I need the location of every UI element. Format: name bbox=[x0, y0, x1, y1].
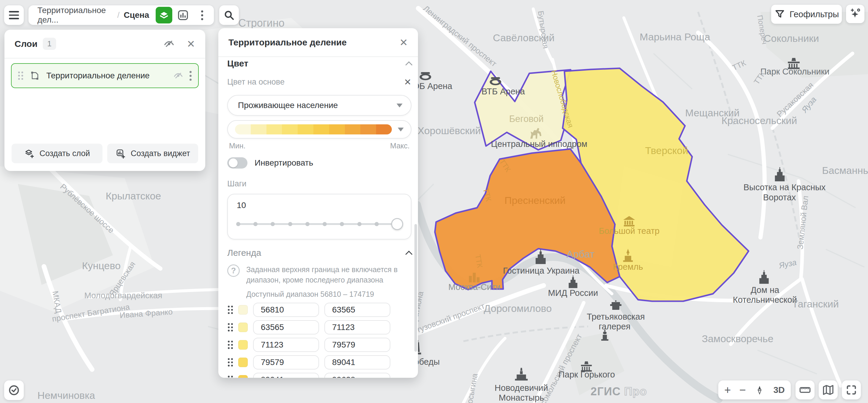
legend-row bbox=[227, 355, 411, 369]
map-label: Кремль bbox=[613, 263, 643, 271]
legend-color-swatch[interactable] bbox=[238, 358, 248, 367]
map-label: Беговой bbox=[509, 114, 544, 124]
history-button[interactable] bbox=[4, 380, 24, 400]
map-label: Новодевичий bbox=[495, 384, 548, 392]
legend-color-swatch[interactable] bbox=[238, 375, 248, 378]
create-layer-button[interactable]: Создать слой bbox=[11, 144, 102, 163]
map-label: Немчиновка bbox=[37, 390, 95, 400]
scene-menu-button[interactable] bbox=[194, 7, 210, 24]
layers-icon bbox=[158, 9, 170, 21]
map-label: Кунцево bbox=[82, 261, 121, 271]
zoom-out-button[interactable]: − bbox=[739, 384, 746, 396]
create-widget-button[interactable]: Создать виджет bbox=[107, 144, 198, 163]
ruler-button[interactable] bbox=[796, 380, 814, 399]
settings-panel-body: Цвет Цвет на основе ✕ Проживающее населе… bbox=[218, 57, 418, 378]
map-label: Высотка на Красных bbox=[744, 183, 826, 192]
settings-panel-title: Территориальное деление bbox=[228, 37, 347, 47]
steps-slider[interactable] bbox=[236, 218, 403, 230]
legend-note: Заданная верхняя граница не включается в… bbox=[246, 264, 398, 285]
map-label: Хорошёвский bbox=[418, 126, 481, 136]
monastery-icon bbox=[513, 367, 529, 383]
geofilters-button[interactable]: Геофильтры bbox=[771, 5, 842, 24]
legend-from-input[interactable] bbox=[253, 355, 319, 369]
slider-dot bbox=[271, 222, 275, 226]
slider-dot bbox=[253, 222, 257, 226]
layer-settings-panel: Территориальное деление ✕ Цвет Цвет на о… bbox=[218, 28, 418, 378]
layers-panel-close-icon[interactable]: ✕ bbox=[187, 39, 195, 49]
panel-scrollbar[interactable] bbox=[414, 224, 417, 352]
steps-box bbox=[227, 194, 411, 239]
map-label: Третьяковская bbox=[587, 312, 645, 321]
legend-section-collapse-icon[interactable] bbox=[405, 250, 412, 258]
drag-handle-icon[interactable] bbox=[228, 358, 233, 367]
funnel-icon bbox=[774, 9, 785, 20]
polygon-layer-icon bbox=[29, 70, 40, 81]
kebab-icon bbox=[201, 10, 203, 20]
legend-to-input[interactable] bbox=[324, 338, 390, 352]
legend-from-input[interactable] bbox=[253, 373, 319, 378]
search-button[interactable] bbox=[219, 5, 239, 25]
ai-magic-button[interactable] bbox=[846, 5, 864, 23]
create-widget-icon bbox=[115, 148, 126, 159]
map-label: Гостиница Украина bbox=[503, 267, 579, 275]
compass-icon bbox=[754, 384, 765, 395]
drag-handle-icon[interactable] bbox=[228, 323, 233, 332]
slider-dot bbox=[375, 222, 379, 226]
drag-handle-icon[interactable] bbox=[228, 376, 233, 378]
layer-item-territorial[interactable]: Территориальное деление bbox=[11, 63, 199, 88]
map-label: Пресненский bbox=[504, 195, 566, 205]
map-label: Молодогвардейская bbox=[84, 292, 162, 300]
legend-to-input[interactable] bbox=[324, 373, 390, 378]
legend-color-swatch[interactable] bbox=[238, 340, 248, 349]
breadcrumb-layer[interactable]: Территориальное дел... bbox=[37, 6, 113, 25]
layer-visibility-icon[interactable] bbox=[173, 70, 184, 81]
legend-color-swatch[interactable] bbox=[238, 305, 248, 314]
map-label: Дом на bbox=[751, 286, 779, 294]
widgets-button[interactable] bbox=[175, 7, 191, 24]
legend-color-swatch[interactable] bbox=[238, 323, 248, 332]
menu-button[interactable] bbox=[4, 5, 24, 25]
map-label: Воротах bbox=[763, 193, 796, 202]
compass-button[interactable] bbox=[754, 384, 765, 395]
legend-row bbox=[227, 320, 411, 334]
map-3d-button[interactable]: 3D bbox=[773, 385, 784, 394]
map-label: Большой театр bbox=[599, 227, 659, 235]
legend-to-input[interactable] bbox=[324, 303, 390, 317]
slider-dot bbox=[236, 222, 240, 226]
legend-from-input[interactable] bbox=[253, 338, 319, 352]
zoom-in-button[interactable]: + bbox=[724, 384, 731, 396]
color-basis-clear-icon[interactable]: ✕ bbox=[404, 78, 411, 87]
map-label: Центральный ипподром bbox=[491, 140, 588, 148]
chevron-down-icon bbox=[398, 128, 404, 131]
visibility-all-icon[interactable] bbox=[163, 38, 175, 50]
highrise-icon bbox=[756, 270, 772, 286]
slider-handle[interactable] bbox=[391, 218, 403, 230]
gradient-ramp bbox=[235, 124, 392, 134]
map-label: Дорогомилово bbox=[484, 303, 552, 313]
color-basis-select[interactable]: Проживающее население bbox=[227, 95, 411, 116]
breadcrumb-scene[interactable]: Сцена bbox=[124, 10, 149, 20]
legend-rows bbox=[227, 303, 411, 378]
layers-toggle-button[interactable] bbox=[156, 7, 172, 24]
map-label: Сокольники bbox=[764, 33, 819, 43]
drag-handle-icon[interactable] bbox=[228, 341, 233, 349]
legend-from-input[interactable] bbox=[253, 320, 319, 334]
layer-menu-icon[interactable] bbox=[189, 71, 192, 81]
settings-panel-close-icon[interactable]: ✕ bbox=[400, 37, 408, 47]
color-section-collapse-icon[interactable] bbox=[405, 61, 412, 68]
drag-handle-icon[interactable] bbox=[228, 306, 233, 314]
help-icon: ? bbox=[227, 264, 240, 277]
kremlin-icon bbox=[620, 248, 636, 264]
map-style-button[interactable] bbox=[819, 380, 838, 399]
legend-to-input[interactable] bbox=[324, 320, 390, 334]
gradient-min-label: Мин. bbox=[229, 141, 246, 150]
map-label: Арбат bbox=[566, 249, 594, 259]
legend-to-input[interactable] bbox=[324, 355, 390, 369]
fullscreen-button[interactable] bbox=[842, 380, 861, 399]
legend-from-input[interactable] bbox=[253, 303, 319, 317]
stadium-icon bbox=[488, 73, 503, 89]
invert-toggle[interactable] bbox=[227, 157, 247, 169]
steps-input[interactable] bbox=[236, 200, 403, 210]
gradient-select[interactable] bbox=[227, 120, 411, 139]
drag-handle-icon[interactable] bbox=[18, 71, 23, 80]
